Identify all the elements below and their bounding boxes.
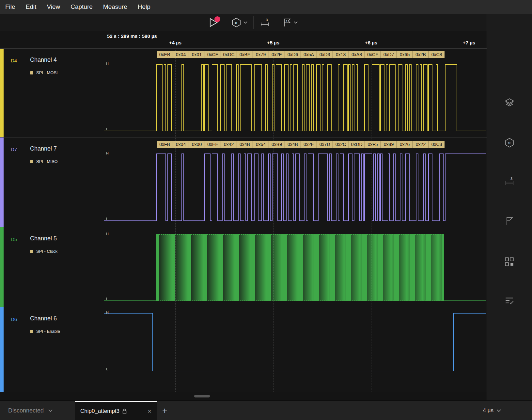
trigger-hex-icon: 1F xyxy=(504,137,515,148)
decoded-byte: 0xEB xyxy=(157,51,173,58)
toolbar: 1F 3 1 xyxy=(0,14,532,31)
decoded-byte: 0xEE xyxy=(205,141,221,148)
channel-name: Channel 6 xyxy=(30,315,57,322)
annotations-icon xyxy=(504,296,515,306)
toolbar-divider xyxy=(276,16,276,29)
menu-capture[interactable]: Capture xyxy=(69,3,94,10)
level-low-label: L xyxy=(106,217,108,221)
level-high-label: H xyxy=(106,232,109,236)
channel-header[interactable]: D6 Channel 6 SPI - Enable xyxy=(0,307,104,392)
analyzer-name: SPI - Clock xyxy=(36,249,57,254)
analyzer-color-icon xyxy=(30,250,33,253)
analyzer-label[interactable]: SPI - MISO xyxy=(30,159,58,164)
decoded-byte: 0xD3 xyxy=(317,51,333,58)
decoded-byte: 0x13 xyxy=(333,51,349,58)
new-tab-button[interactable]: + xyxy=(162,401,167,420)
flag-button[interactable]: 1 xyxy=(277,14,302,31)
scrollbar-thumb[interactable] xyxy=(194,395,210,397)
digital-waveform xyxy=(104,137,486,227)
decoded-byte: 0xD6 xyxy=(285,51,301,58)
decoded-byte: 0x65 xyxy=(397,51,413,58)
decoded-byte: 0xD7 xyxy=(381,51,397,58)
decoded-byte: 0xF5 xyxy=(365,141,381,148)
waveform-area[interactable]: H L xyxy=(104,227,487,307)
annotations-panel-button[interactable] xyxy=(504,295,515,307)
analyzer-color-icon xyxy=(30,71,33,74)
chevron-down-icon xyxy=(497,409,501,412)
flag-icon: 1 xyxy=(282,17,292,28)
menu-view[interactable]: View xyxy=(45,3,61,10)
close-tab-button[interactable]: × xyxy=(148,408,151,414)
lock-icon xyxy=(122,409,127,414)
level-low-label: L xyxy=(106,367,108,371)
channel-rows: D4 Channel 4 SPI - MOSI H L 0xEB0x040x01… xyxy=(0,48,487,392)
measure-ruler-icon: 3 xyxy=(504,176,515,186)
waveform-area[interactable]: H L 0xEB0x040x010xCE0xDC0xBF0x790x2E0xD6… xyxy=(104,49,487,137)
device-connection-dropdown[interactable]: Disconnected xyxy=(8,401,53,420)
decoded-byte: 0x2B xyxy=(413,51,429,58)
menu-edit[interactable]: Edit xyxy=(24,3,38,10)
channel-row-d4: D4 Channel 4 SPI - MOSI H L 0xEB0x040x01… xyxy=(0,49,487,137)
digital-waveform xyxy=(104,49,486,137)
decoded-byte: 0x7D xyxy=(317,141,333,148)
analyzer-label[interactable]: SPI - MOSI xyxy=(30,70,58,75)
chevron-down-icon xyxy=(294,21,298,24)
menu-measure[interactable]: Measure xyxy=(102,3,129,10)
measure-button[interactable]: 3 xyxy=(255,14,274,31)
decoded-byte: 0x26 xyxy=(397,141,413,148)
layers-button[interactable] xyxy=(504,97,515,109)
channel-header[interactable]: D7 Channel 7 SPI - MISO xyxy=(0,137,104,227)
decoded-byte: 0x22 xyxy=(413,141,429,148)
analyzer-label[interactable]: SPI - Enable xyxy=(30,329,60,334)
chevron-down-icon xyxy=(48,409,53,412)
level-low-label: L xyxy=(106,297,108,301)
timescale-dropdown[interactable]: 4 µs xyxy=(483,401,501,420)
timeline-header[interactable]: 52 s : 289 ms : 580 µs +4 µs +5 µs +6 µs… xyxy=(104,31,487,48)
extensions-panel-button[interactable] xyxy=(504,256,515,268)
trigger-hex-icon: 1F xyxy=(231,17,242,28)
timescale-value: 4 µs xyxy=(483,407,493,414)
flag-panel-button[interactable] xyxy=(504,215,515,227)
waveform-area[interactable]: H L xyxy=(104,307,487,392)
time-tick: +4 µs xyxy=(169,40,181,45)
channel-header[interactable]: D4 Channel 4 SPI - MOSI xyxy=(0,49,104,137)
decoded-byte: 0xFB xyxy=(157,141,173,148)
level-high-label: H xyxy=(106,62,109,66)
start-capture-button[interactable] xyxy=(202,14,227,31)
analyzer-label[interactable]: SPI - Clock xyxy=(30,249,57,254)
decoded-bytes-row: 0xEB0x040x010xCE0xDC0xBF0x790x2E0xD60x5A… xyxy=(157,51,445,58)
trigger-button[interactable]: 1F xyxy=(227,14,252,31)
decoded-byte: 0x64 xyxy=(253,141,269,148)
capture-tab[interactable]: Chip0_attempt3 × xyxy=(75,401,157,420)
analyzer-color-icon xyxy=(30,160,33,163)
measure-panel-button[interactable]: 3 xyxy=(504,175,515,187)
decoded-byte: 0xDC xyxy=(221,51,237,58)
svg-text:1F: 1F xyxy=(234,21,238,24)
channel-id: D6 xyxy=(11,316,17,322)
flag-icon xyxy=(505,216,514,226)
decoded-byte: 0xC8 xyxy=(429,51,445,58)
decoded-byte: 0xCF xyxy=(365,51,381,58)
channel-name: Channel 4 xyxy=(30,57,57,63)
digital-waveform xyxy=(104,227,486,307)
time-tick: +7 µs xyxy=(463,40,475,45)
trigger-panel-button[interactable]: 1F xyxy=(504,137,515,149)
svg-text:1: 1 xyxy=(286,19,288,23)
menu-file[interactable]: File xyxy=(4,3,17,10)
decoded-byte: 0xA8 xyxy=(349,51,365,58)
panel-divider xyxy=(104,14,104,392)
svg-text:3: 3 xyxy=(510,177,512,181)
connection-status: Disconnected xyxy=(8,407,44,414)
time-tick: +6 µs xyxy=(365,40,377,45)
decoded-byte: 0x5A xyxy=(301,51,317,58)
menu-help[interactable]: Help xyxy=(136,3,152,10)
decoded-byte: 0xBF xyxy=(237,51,253,58)
toolbar-divider xyxy=(253,16,254,29)
digital-waveform xyxy=(104,307,486,392)
waveform-area[interactable]: H L 0xFB0x040x000xEE0x420x4B0x640xB90x4B… xyxy=(104,137,487,227)
decoded-byte: 0x4B xyxy=(237,141,253,148)
level-high-label: H xyxy=(106,151,109,155)
channel-name: Channel 7 xyxy=(30,145,57,152)
decoded-byte: 0xB9 xyxy=(269,141,285,148)
channel-header[interactable]: D5 Channel 5 SPI - Clock xyxy=(0,227,104,307)
